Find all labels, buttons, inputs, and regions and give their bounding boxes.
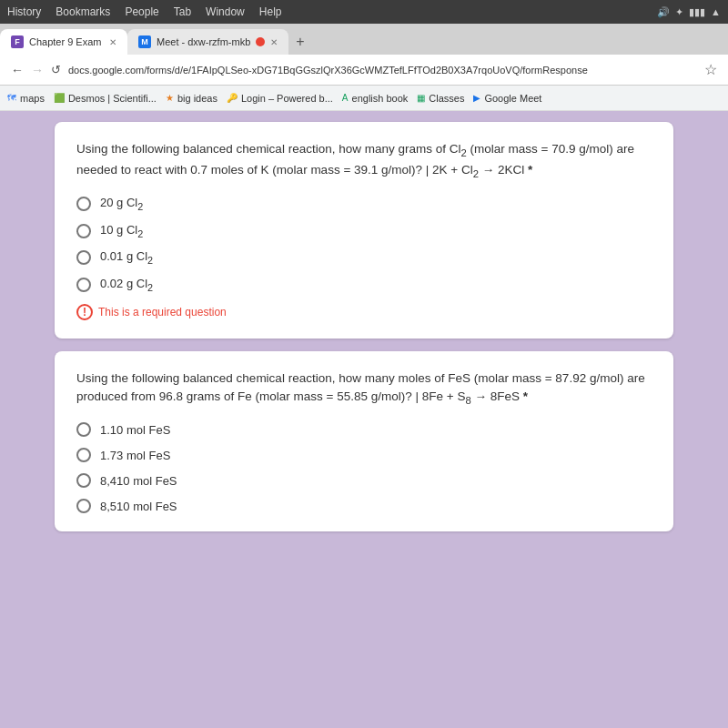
question-card-1: Using the following balanced chemical re… <box>55 122 673 339</box>
bookmark-maps[interactable]: 🗺 maps <box>7 93 45 104</box>
address-bar[interactable]: ← → ↺ docs.google.com/forms/d/e/1FAIpQLS… <box>0 55 728 86</box>
menu-help[interactable]: Help <box>259 5 282 18</box>
bookmark-english[interactable]: A english book <box>342 93 408 104</box>
radio-2-b[interactable] <box>76 448 91 462</box>
option-2-c[interactable]: 8,410 mol FeS <box>76 473 652 488</box>
desmos-icon: 🟩 <box>54 93 65 103</box>
bookmark-googlemeet[interactable]: ▶ Google Meet <box>473 93 541 104</box>
option-1-a[interactable]: 20 g Cl2 <box>76 196 652 212</box>
option-2-b[interactable]: 1.73 mol FeS <box>76 448 652 462</box>
bluetooth-icon: ✦ <box>675 6 683 18</box>
warning-icon-1: ! <box>76 304 93 320</box>
radio-1-c[interactable] <box>76 250 91 265</box>
question-card-2: Using the following balanced chemical re… <box>55 351 673 532</box>
bookmark-googlemeet-label: Google Meet <box>484 93 541 104</box>
system-tray: 🔊 ✦ ▮▮▮ ▲ <box>657 6 721 18</box>
bookmark-maps-label: maps <box>20 93 45 104</box>
wifi-icon: ▲ <box>711 6 721 17</box>
radio-1-a[interactable] <box>76 197 91 211</box>
bookmark-bigideas-label: big ideas <box>177 93 217 104</box>
bookmarks-bar: 🗺 maps 🟩 Desmos | Scientifi... ★ big ide… <box>0 86 728 111</box>
question-1-text: Using the following balanced chemical re… <box>76 140 652 181</box>
option-2-a-label: 1.10 mol FeS <box>100 423 170 437</box>
question-2-text: Using the following balanced chemical re… <box>76 369 652 409</box>
tab-chapter-exam-label: Chapter 9 Exam <box>29 36 101 47</box>
option-1-d[interactable]: 0.02 g Cl2 <box>76 277 652 293</box>
page-content: Using the following balanced chemical re… <box>0 111 728 699</box>
menu-bookmarks[interactable]: Bookmarks <box>56 5 110 18</box>
option-1-d-label: 0.02 g Cl2 <box>100 277 153 293</box>
forms-icon: F <box>11 35 24 48</box>
back-button[interactable]: ← <box>11 63 24 77</box>
classes-icon: ▦ <box>417 93 425 103</box>
options-list-1: 20 g Cl2 10 g Cl2 0.01 g Cl2 0.02 g Cl2 <box>76 196 652 292</box>
tab-meet[interactable]: M Meet - dxw-rzfm-mkb ✕ <box>127 29 288 55</box>
bookmark-star[interactable]: ☆ <box>704 61 717 78</box>
bookmark-login[interactable]: 🔑 Login – Powered b... <box>227 93 333 104</box>
english-icon: A <box>342 93 349 103</box>
tab-chapter-exam[interactable]: F Chapter 9 Exam ✕ <box>0 29 127 55</box>
option-2-b-label: 1.73 mol FeS <box>100 449 170 462</box>
forward-button[interactable]: → <box>31 63 44 77</box>
option-2-a[interactable]: 1.10 mol FeS <box>76 422 652 437</box>
login-icon: 🔑 <box>227 93 238 103</box>
option-1-a-label: 20 g Cl2 <box>100 196 143 212</box>
googlemeet-icon: ▶ <box>473 93 480 103</box>
option-1-b-label: 10 g Cl2 <box>100 223 143 239</box>
reload-button[interactable]: ↺ <box>51 63 61 76</box>
recording-indicator <box>256 37 265 46</box>
tab-meet-label: Meet - dxw-rzfm-mkb <box>157 36 250 47</box>
tab-bar: F Chapter 9 Exam ✕ M Meet - dxw-rzfm-mkb… <box>0 24 728 55</box>
option-2-d-label: 8,510 mol FeS <box>100 500 177 513</box>
bigideas-icon: ★ <box>166 93 174 103</box>
menu-people[interactable]: People <box>125 5 158 18</box>
tab-close-exam[interactable]: ✕ <box>109 37 116 47</box>
option-2-d[interactable]: 8,510 mol FeS <box>76 499 652 513</box>
maps-icon: 🗺 <box>7 93 16 103</box>
option-2-c-label: 8,410 mol FeS <box>100 474 177 488</box>
option-1-c-label: 0.01 g Cl2 <box>100 249 153 266</box>
menu-window[interactable]: Window <box>206 5 245 18</box>
browser-chrome: History Bookmarks People Tab Window Help… <box>0 0 728 111</box>
menu-tab[interactable]: Tab <box>174 5 191 18</box>
menu-bar: History Bookmarks People Tab Window Help… <box>0 0 728 24</box>
option-1-b[interactable]: 10 g Cl2 <box>76 223 652 239</box>
battery-icon: ▮▮▮ <box>689 6 705 18</box>
bookmark-bigideas[interactable]: ★ big ideas <box>166 93 217 104</box>
radio-2-a[interactable] <box>76 422 91 437</box>
option-1-c[interactable]: 0.01 g Cl2 <box>76 249 652 266</box>
meet-icon: M <box>138 35 151 48</box>
bookmark-classes[interactable]: ▦ Classes <box>417 93 464 104</box>
menu-history[interactable]: History <box>7 5 41 18</box>
bookmark-desmos[interactable]: 🟩 Desmos | Scientifi... <box>54 93 157 104</box>
bookmark-english-label: english book <box>352 93 409 104</box>
options-list-2: 1.10 mol FeS 1.73 mol FeS 8,410 mol FeS … <box>76 422 652 513</box>
required-warning-1: ! This is a required question <box>76 304 652 320</box>
radio-2-c[interactable] <box>76 473 91 488</box>
radio-1-b[interactable] <box>76 224 91 238</box>
radio-2-d[interactable] <box>76 499 91 513</box>
address-text[interactable]: docs.google.com/forms/d/e/1FAIpQLSeo-xDG… <box>68 65 697 76</box>
volume-icon: 🔊 <box>657 6 670 18</box>
tab-close-meet[interactable]: ✕ <box>270 37 278 47</box>
new-tab-button[interactable]: + <box>288 29 311 55</box>
required-message-1: This is a required question <box>98 306 227 318</box>
radio-1-d[interactable] <box>76 278 91 292</box>
bookmark-login-label: Login – Powered b... <box>241 93 333 104</box>
bookmark-desmos-label: Desmos | Scientifi... <box>68 93 157 104</box>
bookmark-classes-label: Classes <box>429 93 464 104</box>
